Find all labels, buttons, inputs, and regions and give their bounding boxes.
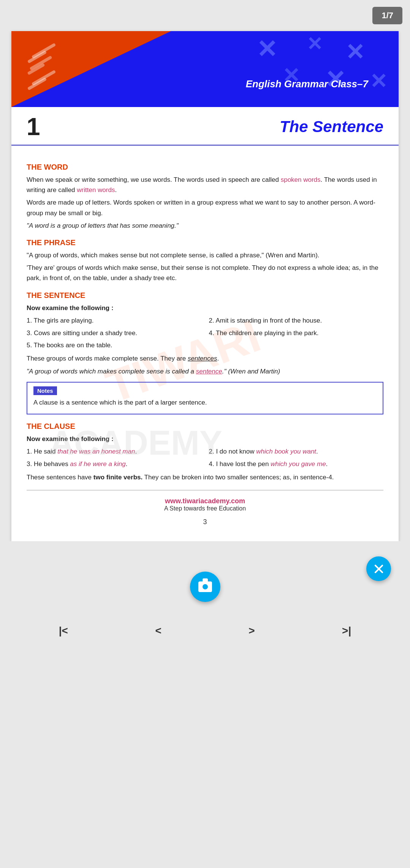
word-para2: Words are made up of letters. Words spok… [27,197,383,218]
header-banner: ✕ ✕ ✕ ✕ ✕ ✕ English Grammar Class–7 [11,31,399,107]
decorative-x-shapes: ✕ ✕ ✕ ✕ ✕ ✕ [11,31,399,107]
notes-box: Notes A clause is a sentence which is th… [27,382,383,414]
close-button[interactable] [366,556,391,581]
section-heading-sentence: THE SENTENCE [27,291,383,300]
page-indicator: 1/7 [372,7,402,24]
clause-italic-2: which book you want [256,448,316,455]
footer-url: www.tiwariacademy.com [27,497,383,505]
nav-prev-button[interactable]: < [149,622,167,640]
footer-tagline: A Step towards free Education [27,505,383,512]
footer-website: www.tiwariacademy.com A Step towards fre… [27,490,383,515]
word-para1: When we speak or write something, we use… [27,175,383,195]
clause-item-2: 2. I do not know which book you want. [209,446,384,457]
clause-item-4: 4. I have lost the pen which you gave me… [209,459,384,470]
clause-italic-4: which you gave me [271,460,326,468]
finite-verbs-bold: two finite verbs. [93,474,142,481]
camera-icon [198,581,212,592]
phrase-para1: "A group of words, which makes sense but… [27,250,383,260]
nav-bar: |< < > >| [0,618,410,644]
list-item-3: 3. Cows are sitting under a shady tree. [27,328,201,339]
grammar-title: English Grammar Class–7 [246,78,368,90]
word-quote: "A word is a group of letters that has s… [27,221,383,231]
document-container: ✕ ✕ ✕ ✕ ✕ ✕ English Grammar Class–7 1 Th… [11,31,399,541]
list-item-4: 4. The children are playing in the park. [209,328,384,339]
footer-page-number: 3 [27,515,383,532]
section-heading-word: THE WORD [27,163,383,172]
list-item-1: 1. The girls are playing. [27,315,201,326]
nav-next-button[interactable]: > [242,622,261,640]
chapter-title-area: 1 The Sentence [11,107,399,146]
list-item-2: 2. Amit is standing in front of the hous… [209,315,384,326]
sentence-subheading: Now examine the following : [27,303,383,313]
content-area: THE WORD When we speak or write somethin… [11,146,399,541]
sentence-para1: These groups of words make complete sens… [27,353,383,364]
sentences-italic: sentences [188,355,217,362]
chapter-title: The Sentence [280,118,383,136]
nav-last-button[interactable]: >| [336,622,357,640]
list-item-5: 5. The books are on the table. [27,340,201,351]
spoken-words-link: spoken words [281,176,321,183]
section-heading-phrase: THE PHRASE [27,238,383,247]
sentence-quote: "A group of words which makes complete s… [27,366,383,377]
top-bar: 1/7 [0,0,410,31]
sentence-items-list: 1. The girls are playing. 2. Amit is sta… [27,315,383,351]
notes-text: A clause is a sentence which is the part… [33,397,377,408]
sentence-link: sentence [196,368,222,375]
written-words-link: written words [77,186,115,194]
phrase-para2: 'They are' groups of words which make se… [27,263,383,283]
nav-first-button[interactable]: |< [53,622,74,640]
chapter-number: 1 [27,115,40,139]
clause-para1: These sentences have two finite verbs. T… [27,472,383,482]
watermark-text-2: ACADEMY [49,424,222,463]
camera-button[interactable] [190,572,220,602]
bottom-area: |< < > >| [0,541,410,647]
decorative-lines [27,46,57,88]
notes-label: Notes [33,386,57,395]
